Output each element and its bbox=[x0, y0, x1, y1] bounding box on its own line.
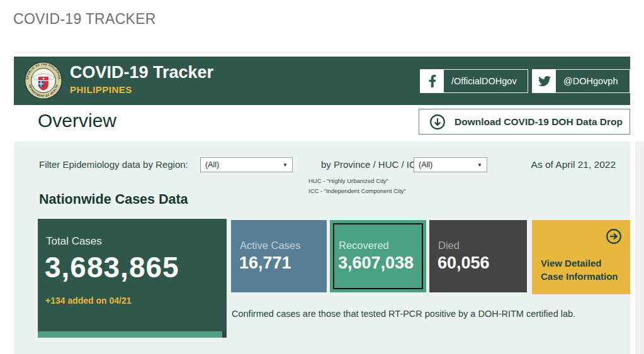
active-cases-value: 16,771 bbox=[239, 253, 291, 273]
total-cases-card[interactable]: Total Cases 3,683,865 +134 added on 04/2… bbox=[38, 219, 227, 338]
province-select-value: (All) bbox=[419, 160, 432, 169]
download-button[interactable]: Download COVID-19 DOH Data Drop bbox=[419, 109, 630, 135]
chevron-down-icon: ▼ bbox=[283, 162, 288, 168]
facebook-link[interactable]: /OfficialDOHgov bbox=[420, 69, 528, 93]
page: COVID-19 TRACKER REPUBLIC OF THE PHILIPP… bbox=[0, 0, 644, 354]
active-cases-card[interactable]: Active Cases 16,771 bbox=[231, 220, 327, 292]
total-cases-value: 3,683,865 bbox=[45, 250, 179, 284]
section-title: Nationwide Cases Data bbox=[39, 192, 188, 207]
twitter-icon bbox=[533, 70, 556, 92]
twitter-link[interactable]: @DOHgovph bbox=[532, 69, 630, 93]
huc-footnote: HUC - “Highly Urbanized City” bbox=[308, 177, 388, 184]
scrollbar[interactable] bbox=[635, 141, 644, 354]
view-detailed-label: View Detailed Case Information bbox=[541, 257, 618, 283]
chevron-down-icon: ▼ bbox=[477, 162, 482, 168]
dashboard-subtitle: PHILIPPINES bbox=[70, 84, 213, 95]
twitter-handle: @DOHgovph bbox=[556, 70, 630, 92]
view-detailed-line1: View Detailed bbox=[541, 257, 618, 270]
facebook-handle: /OfficialDOHgov bbox=[444, 70, 528, 92]
province-filter-label: by Province / HUC / ICC: bbox=[321, 159, 426, 170]
doh-seal-logo: REPUBLIC OF THE PHILIPPINES DEPARTMENT O… bbox=[24, 61, 63, 100]
view-detailed-card[interactable]: View Detailed Case Information bbox=[532, 220, 630, 294]
header-title-block: COVID-19 Tracker PHILIPPINES bbox=[70, 64, 213, 95]
died-cases-value: 60,056 bbox=[438, 253, 490, 273]
total-cases-delta: +134 added on 04/21 bbox=[45, 296, 132, 306]
page-title: COVID-19 TRACKER bbox=[13, 11, 156, 28]
bar-recovered-segment bbox=[38, 331, 222, 338]
content-panel: Filter Epidemiology data by Region: (All… bbox=[14, 141, 630, 354]
recovered-cases-value: 3,607,038 bbox=[338, 253, 414, 273]
total-cases-label: Total Cases bbox=[46, 235, 102, 248]
recovered-cases-card[interactable]: Recovered 3,607,038 bbox=[330, 220, 426, 292]
region-filter-label: Filter Epidemiology data by Region: bbox=[39, 159, 188, 170]
dashboard-header: REPUBLIC OF THE PHILIPPINES DEPARTMENT O… bbox=[14, 57, 630, 105]
dashboard-title: COVID-19 Tracker bbox=[70, 64, 213, 82]
died-cases-label: Died bbox=[438, 240, 460, 252]
divider bbox=[14, 52, 630, 53]
recovered-cases-label: Recovered bbox=[339, 240, 389, 252]
download-icon bbox=[429, 114, 446, 130]
icc-footnote: ICC - “Independent Component City” bbox=[308, 187, 406, 194]
overview-band: Overview Download COVID-19 DOH Data Drop bbox=[14, 105, 630, 141]
download-label: Download COVID-19 DOH Data Drop bbox=[455, 116, 623, 128]
covid-dashboard: REPUBLIC OF THE PHILIPPINES DEPARTMENT O… bbox=[14, 57, 630, 354]
facebook-icon bbox=[421, 70, 444, 92]
died-cases-card[interactable]: Died 60,056 bbox=[429, 220, 527, 292]
region-select-value: (All) bbox=[205, 160, 219, 169]
view-detailed-line2: Case Information bbox=[541, 270, 618, 283]
cases-proportion-bar bbox=[38, 331, 227, 338]
confirmed-cases-note: Confirmed cases are those that tested RT… bbox=[232, 309, 575, 319]
overview-title: Overview bbox=[38, 110, 116, 131]
province-select[interactable]: (All) ▼ bbox=[414, 157, 487, 172]
region-select[interactable]: (All) ▼ bbox=[200, 157, 293, 172]
active-cases-label: Active Cases bbox=[240, 240, 300, 252]
arrow-right-icon bbox=[606, 228, 622, 245]
bar-died-segment bbox=[222, 331, 226, 338]
as-of-date: As of April 21, 2022 bbox=[531, 159, 616, 170]
